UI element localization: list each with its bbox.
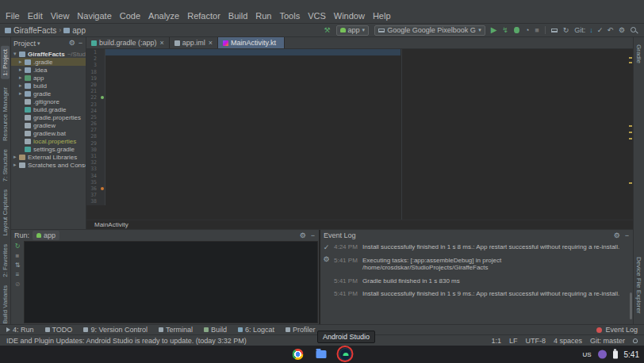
menu-item[interactable]: Build	[224, 10, 251, 21]
tree-item[interactable]: ▸ build	[11, 82, 86, 90]
menu-item[interactable]: Code	[116, 10, 144, 21]
menu-item[interactable]: Window	[330, 10, 369, 21]
run-tool-icon[interactable]: ↻	[15, 243, 21, 250]
tool-window-button[interactable]: TODO	[45, 326, 73, 334]
tree-item[interactable]: ▸ app	[11, 74, 86, 82]
warning-mark[interactable]	[629, 132, 632, 133]
event-log-button[interactable]: Event Log	[596, 326, 638, 334]
breadcrumb-project[interactable]: GiraffeFacts	[13, 26, 56, 35]
tree-chevron-icon[interactable]: ▸	[19, 90, 25, 97]
tree-item[interactable]: ▸ .gradle	[11, 58, 86, 66]
hide-panel-icon[interactable]: −	[78, 40, 83, 47]
menu-item[interactable]: View	[47, 10, 74, 21]
tool-window-button[interactable]: 2: Favorites	[2, 244, 9, 277]
run-tool-icon[interactable]: ⊘	[15, 281, 21, 288]
mark-read-icon[interactable]: ✓	[323, 244, 331, 251]
apply-changes-icon[interactable]: ↯	[502, 27, 508, 34]
editor-tab[interactable]: build.gradle (:app) ×	[86, 37, 170, 48]
menu-item[interactable]: Edit	[24, 10, 47, 21]
menu-item[interactable]: Tools	[275, 10, 304, 21]
git-update-icon[interactable]: ↓	[589, 27, 593, 34]
chrome-icon[interactable]	[293, 349, 304, 360]
tree-item[interactable]: build.gradle	[11, 105, 86, 113]
keyboard-layout-badge[interactable]: US	[582, 351, 591, 358]
run-tool-icon[interactable]: ⇅	[15, 262, 21, 269]
tree-item[interactable]: ▾ GiraffeFacts ~/StudioProjects/GiraffeF…	[11, 50, 86, 58]
files-app-icon[interactable]	[316, 350, 327, 358]
device-manager-icon[interactable]	[551, 29, 558, 32]
settings-gear-icon[interactable]: ⚙	[613, 232, 621, 239]
tool-window-button[interactable]: 6: Logcat	[238, 326, 274, 334]
run-config-dropdown[interactable]: app ▾	[336, 25, 370, 36]
run-tab-app[interactable]: app	[33, 231, 59, 240]
breadcrumb-class[interactable]: MainActivity	[94, 221, 128, 228]
warning-mark[interactable]	[629, 57, 632, 59]
warning-mark[interactable]	[629, 62, 632, 63]
menu-item[interactable]: VCS	[304, 10, 330, 21]
tool-window-button[interactable]: 7: Structure	[2, 149, 9, 182]
tool-window-button[interactable]: Layout Captures	[2, 189, 9, 236]
menu-item[interactable]: Analyze	[144, 10, 183, 21]
tree-item[interactable]: ▸ gradle	[11, 90, 86, 97]
stop-icon[interactable]: ■	[535, 27, 539, 34]
clock[interactable]: 5:41	[624, 350, 639, 359]
android-studio-icon[interactable]	[339, 348, 352, 361]
tree-item[interactable]: local.properties	[11, 137, 86, 145]
tree-item[interactable]: ▸ Scratches and Consoles	[11, 161, 86, 169]
menu-item[interactable]: Run	[251, 10, 275, 21]
event-log-settings-icon[interactable]: ⚙	[322, 256, 330, 263]
tree-chevron-icon[interactable]: ▸	[13, 162, 19, 168]
tool-window-button[interactable]: Gradle	[635, 44, 642, 63]
tree-chevron-icon[interactable]: ▸	[19, 67, 25, 73]
settings-gear-icon[interactable]: ⚙	[619, 27, 625, 34]
warning-mark[interactable]	[629, 138, 632, 139]
hide-panel-icon[interactable]: −	[624, 232, 630, 239]
tool-window-button[interactable]: Device File Explorer	[635, 257, 642, 314]
editor-tab[interactable]: MainActivity.kt	[218, 37, 285, 48]
git-commit-icon[interactable]: ✓	[597, 27, 604, 34]
tree-chevron-icon[interactable]: ▸	[19, 59, 25, 65]
run-button[interactable]: ▶	[491, 26, 497, 34]
run-console[interactable]	[24, 241, 318, 323]
build-hammer-icon[interactable]: ⚒	[324, 27, 331, 34]
tool-window-button[interactable]: 4: Run	[6, 326, 34, 334]
status-item[interactable]: LF	[509, 337, 518, 345]
status-item[interactable]: 1:1	[491, 337, 501, 345]
run-tool-icon[interactable]: ≡	[16, 272, 20, 278]
profile-icon[interactable]: ◔	[525, 27, 529, 34]
warning-mark[interactable]	[629, 182, 632, 184]
editor-tab[interactable]: app.iml ×	[170, 37, 218, 48]
tool-window-button[interactable]: Build	[204, 326, 227, 334]
status-item[interactable]: UTF-8	[525, 337, 546, 345]
tree-chevron-icon[interactable]: ▾	[13, 51, 19, 57]
breadcrumb-module[interactable]: app	[72, 26, 86, 35]
system-tray[interactable]: US 5:41	[582, 350, 639, 359]
device-dropdown[interactable]: Google Google Pixelbook Go ▾	[374, 25, 485, 36]
tool-window-button[interactable]: Profiler	[286, 326, 316, 334]
project-view-selector[interactable]: Project	[13, 40, 36, 48]
menu-item[interactable]: Refactor	[183, 10, 224, 21]
avatar[interactable]	[598, 350, 607, 359]
close-tab-icon[interactable]: ×	[209, 39, 213, 47]
tool-window-button[interactable]: Build Variants	[2, 285, 9, 324]
menu-item[interactable]: Navigate	[73, 10, 115, 21]
tree-chevron-icon[interactable]: ▸	[19, 75, 25, 81]
status-message[interactable]: IDE and Plugin Updates: Android Studio i…	[6, 337, 247, 345]
tree-item[interactable]: gradlew.bat	[11, 129, 86, 137]
tree-item[interactable]: settings.gradle	[11, 145, 86, 153]
tree-item[interactable]: gradle.properties	[11, 113, 86, 121]
close-tab-icon[interactable]: ×	[160, 39, 164, 47]
menu-item[interactable]: File	[2, 10, 24, 21]
tree-chevron-icon[interactable]: ▸	[19, 82, 25, 89]
debug-icon[interactable]	[514, 27, 519, 33]
tool-window-button[interactable]: Terminal	[159, 326, 193, 334]
tree-item[interactable]: ▸ .idea	[11, 66, 86, 74]
menu-item[interactable]: Help	[369, 10, 395, 21]
warning-mark[interactable]	[629, 125, 632, 127]
settings-gear-icon[interactable]: ⚙	[299, 232, 307, 239]
scrollbar[interactable]	[630, 292, 632, 319]
settings-gear-icon[interactable]: ⚙	[68, 40, 76, 47]
status-item[interactable]: Git: master	[590, 337, 625, 345]
tool-window-button[interactable]: 1: Project	[1, 46, 10, 79]
notification-bell-icon[interactable]	[633, 338, 638, 343]
